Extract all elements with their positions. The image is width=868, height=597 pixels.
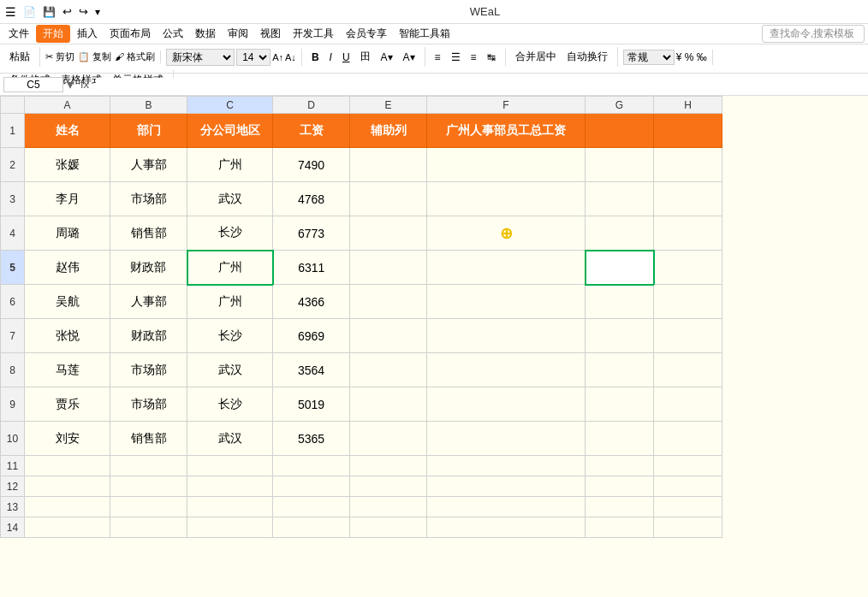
cell-d8[interactable]: 3564 (273, 353, 350, 387)
cell-a13[interactable] (25, 497, 110, 517)
cell-d9[interactable]: 5019 (273, 387, 350, 422)
row-header-13[interactable]: 13 (1, 497, 25, 517)
col-header-h[interactable]: H (654, 97, 722, 114)
cell-e7[interactable] (350, 319, 427, 353)
cell-f8[interactable] (427, 353, 586, 387)
copy-icon[interactable]: 📋 复制 (78, 50, 111, 63)
row-header-12[interactable]: 12 (1, 476, 25, 497)
col-header-d[interactable]: D (273, 97, 350, 114)
undo-icon[interactable]: ↩ (62, 5, 72, 18)
row-header-4[interactable]: 4 (1, 216, 25, 251)
cell-h9[interactable] (654, 387, 722, 422)
cell-e14[interactable] (350, 517, 427, 538)
shrink-font-icon[interactable]: A↓ (285, 52, 296, 62)
cell-d10[interactable]: 5365 (273, 422, 350, 456)
cell-d11[interactable] (273, 456, 350, 476)
cell-f5[interactable] (427, 251, 586, 285)
fill-color-button[interactable]: A▾ (377, 49, 397, 66)
cell-b2[interactable]: 人事部 (110, 148, 187, 182)
border-button[interactable]: 田 (356, 47, 375, 67)
cell-a7[interactable]: 张悦 (25, 319, 110, 353)
cell-d7[interactable]: 6969 (273, 319, 350, 353)
cell-c7[interactable]: 长沙 (187, 319, 273, 353)
cell-d6[interactable]: 4366 (273, 285, 350, 319)
cell-f3[interactable] (427, 182, 586, 216)
header-cell-dept[interactable]: 部门 (110, 114, 187, 148)
menu-vip[interactable]: 会员专享 (341, 25, 392, 43)
cell-a4[interactable]: 周璐 (25, 216, 110, 251)
cell-f2[interactable] (427, 148, 586, 182)
cell-a3[interactable]: 李月 (25, 182, 110, 216)
cell-c2[interactable]: 广州 (187, 148, 273, 182)
header-cell-h[interactable] (654, 114, 722, 148)
menu-page-layout[interactable]: 页面布局 (104, 25, 156, 43)
cell-a8[interactable]: 马莲 (25, 353, 110, 387)
cell-g9[interactable] (586, 387, 654, 422)
paste-button[interactable]: 粘贴 (5, 47, 34, 67)
col-header-e[interactable]: E (350, 97, 427, 114)
cell-c9[interactable]: 长沙 (187, 387, 273, 422)
col-header-a[interactable]: A (25, 97, 110, 114)
cell-b5[interactable]: 财政部 (110, 251, 187, 285)
menu-formula[interactable]: 公式 (158, 25, 188, 43)
cell-h3[interactable] (654, 182, 722, 216)
cell-f13[interactable] (427, 497, 586, 517)
cell-g14[interactable] (586, 517, 654, 538)
menu-start[interactable]: 开始 (36, 25, 70, 43)
bold-button[interactable]: B (307, 49, 324, 66)
cell-e9[interactable] (350, 387, 427, 422)
font-name-select[interactable]: 新宋体 (166, 49, 235, 66)
cell-b14[interactable] (110, 517, 187, 538)
col-header-g[interactable]: G (586, 97, 654, 114)
col-header-c[interactable]: C (187, 97, 273, 114)
font-size-select[interactable]: 14 (236, 49, 271, 66)
cell-d2[interactable]: 7490 (273, 148, 350, 182)
menu-devtools[interactable]: 开发工具 (288, 25, 339, 43)
cell-f6[interactable] (427, 285, 586, 319)
cell-d14[interactable] (273, 517, 350, 538)
cell-b3[interactable]: 市场部 (110, 182, 187, 216)
cell-e13[interactable] (350, 497, 427, 517)
cell-h5[interactable] (654, 251, 722, 285)
cell-a9[interactable]: 贾乐 (25, 387, 110, 422)
cell-a6[interactable]: 吴航 (25, 285, 110, 319)
cell-c5-selected[interactable]: 广州 (187, 251, 273, 285)
cell-e3[interactable] (350, 182, 427, 216)
header-cell-g[interactable] (586, 114, 654, 148)
row-header-9[interactable]: 9 (1, 387, 25, 422)
cell-d12[interactable] (273, 476, 350, 497)
cell-h12[interactable] (654, 476, 722, 497)
cell-d5[interactable]: 6311 (273, 251, 350, 285)
cell-b11[interactable] (110, 456, 187, 476)
align-center-button[interactable]: ☰ (447, 49, 465, 66)
cell-reference-input[interactable] (3, 77, 63, 92)
expand-icon[interactable]: ▾ (67, 76, 74, 92)
row-header-6[interactable]: 6 (1, 285, 25, 319)
cell-f10[interactable] (427, 422, 586, 456)
merge-center-button[interactable]: 合并居中 (511, 47, 561, 67)
font-color-button[interactable]: A▾ (399, 49, 419, 66)
cell-c13[interactable] (187, 497, 273, 517)
col-header-f[interactable]: F (427, 97, 586, 114)
cell-b4[interactable]: 销售部 (110, 216, 187, 251)
menu-review[interactable]: 审阅 (223, 25, 253, 43)
save-icon[interactable]: 💾 (43, 6, 56, 18)
header-cell-aux[interactable]: 辅助列 (350, 114, 427, 148)
menu-view[interactable]: 视图 (255, 25, 286, 43)
header-cell-salary[interactable]: 工资 (273, 114, 350, 148)
menu-icon[interactable]: ☰ (5, 5, 16, 19)
grow-font-icon[interactable]: A↑ (272, 52, 283, 62)
align-left-button[interactable]: ≡ (431, 49, 445, 66)
cell-h7[interactable] (654, 319, 722, 353)
format-painter-icon[interactable]: 🖌 格式刷 (115, 50, 155, 63)
spreadsheet-scroll[interactable]: A B C D E F G H 1 姓名 部门 分公司地区 工资 (0, 96, 868, 597)
cut-icon[interactable]: ✂ 剪切 (45, 50, 74, 63)
cell-a14[interactable] (25, 517, 110, 538)
cell-a11[interactable] (25, 456, 110, 476)
cell-c12[interactable] (187, 476, 273, 497)
row-header-5[interactable]: 5 (1, 251, 25, 285)
cell-g5-selected[interactable] (586, 251, 654, 285)
more-icon[interactable]: ▾ (95, 6, 100, 18)
redo-icon[interactable]: ↪ (79, 5, 88, 18)
row-header-8[interactable]: 8 (1, 353, 25, 387)
